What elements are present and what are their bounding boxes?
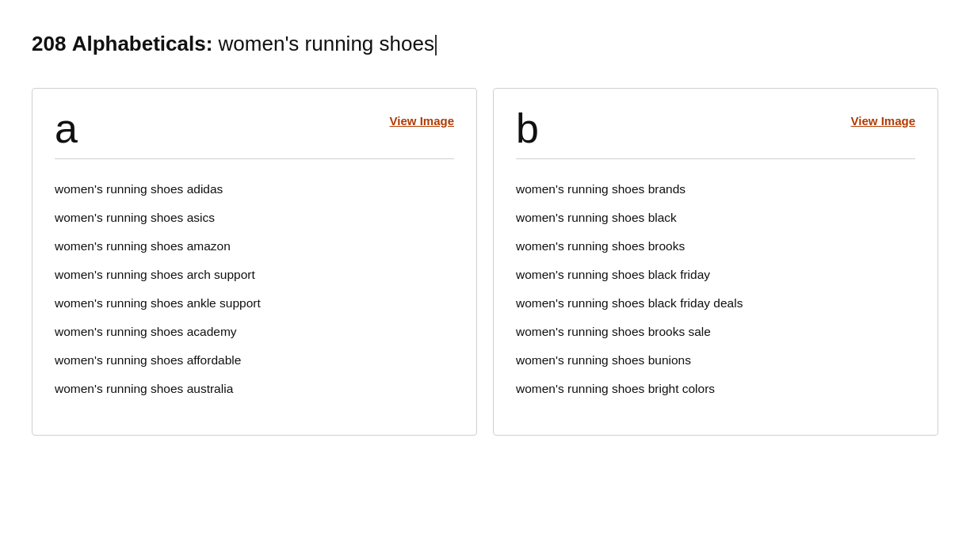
query-text: women's running shoes bbox=[219, 32, 434, 55]
list-item[interactable]: women's running shoes brooks bbox=[516, 232, 915, 261]
list-item[interactable]: women's running shoes academy bbox=[55, 318, 454, 346]
card-b-letter: b bbox=[516, 108, 539, 149]
list-item[interactable]: women's running shoes bright colors bbox=[516, 375, 915, 403]
card-a-letter: a bbox=[55, 108, 78, 149]
card-b-view-image-link[interactable]: View Image bbox=[851, 108, 915, 128]
card-b-keyword-list: women's running shoes brands women's run… bbox=[516, 175, 915, 403]
card-a: a View Image women's running shoes adida… bbox=[32, 88, 477, 436]
card-b: b View Image women's running shoes brand… bbox=[493, 88, 938, 436]
result-count: 208 bbox=[32, 32, 66, 55]
list-item[interactable]: women's running shoes amazon bbox=[55, 232, 454, 261]
list-item[interactable]: women's running shoes black friday deals bbox=[516, 289, 915, 318]
cursor-indicator bbox=[435, 35, 437, 55]
page-container: 208 Alphabeticals: women's running shoes… bbox=[0, 0, 970, 560]
card-a-view-image-link[interactable]: View Image bbox=[390, 108, 454, 128]
list-item[interactable]: women's running shoes australia bbox=[55, 375, 454, 403]
list-item[interactable]: women's running shoes black bbox=[516, 204, 915, 232]
list-item[interactable]: women's running shoes brooks sale bbox=[516, 318, 915, 346]
card-a-keyword-list: women's running shoes adidas women's run… bbox=[55, 175, 454, 403]
card-a-header: a View Image bbox=[55, 108, 454, 159]
list-item[interactable]: women's running shoes adidas bbox=[55, 175, 454, 204]
list-item[interactable]: women's running shoes arch support bbox=[55, 261, 454, 289]
list-item[interactable]: women's running shoes brands bbox=[516, 175, 915, 204]
list-item[interactable]: women's running shoes asics bbox=[55, 204, 454, 232]
list-item[interactable]: women's running shoes bunions bbox=[516, 346, 915, 375]
cards-container: a View Image women's running shoes adida… bbox=[32, 88, 938, 436]
card-b-header: b View Image bbox=[516, 108, 915, 159]
title-label-bold: Alphabeticals: bbox=[72, 32, 213, 55]
list-item[interactable]: women's running shoes black friday bbox=[516, 261, 915, 289]
list-item[interactable]: women's running shoes affordable bbox=[55, 346, 454, 375]
list-item[interactable]: women's running shoes ankle support bbox=[55, 289, 454, 318]
page-title: 208 Alphabeticals: women's running shoes bbox=[32, 32, 938, 56]
